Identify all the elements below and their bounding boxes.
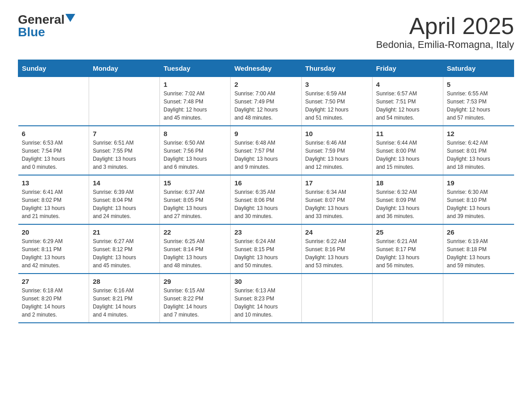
day-number: 5 [447,81,511,88]
day-number: 27 [22,278,86,285]
day-info: Sunrise: 6:41 AM Sunset: 8:02 PM Dayligh… [22,188,86,220]
day-info: Sunrise: 6:57 AM Sunset: 7:51 PM Dayligh… [376,90,439,122]
day-cell: 17Sunrise: 6:34 AM Sunset: 8:07 PM Dayli… [301,175,372,224]
day-info: Sunrise: 6:37 AM Sunset: 8:05 PM Dayligh… [163,188,227,220]
day-cell: 6Sunrise: 6:53 AM Sunset: 7:54 PM Daylig… [18,126,89,175]
day-info: Sunrise: 6:22 AM Sunset: 8:16 PM Dayligh… [305,237,369,270]
day-info: Sunrise: 6:59 AM Sunset: 7:50 PM Dayligh… [305,90,369,122]
day-cell: 12Sunrise: 6:42 AM Sunset: 8:01 PM Dayli… [443,126,514,175]
header-thursday: Thursday [301,60,372,77]
day-info: Sunrise: 6:48 AM Sunset: 7:57 PM Dayligh… [234,139,297,171]
day-info: Sunrise: 6:46 AM Sunset: 7:59 PM Dayligh… [305,139,369,171]
day-info: Sunrise: 6:55 AM Sunset: 7:53 PM Dayligh… [447,90,511,122]
day-info: Sunrise: 6:21 AM Sunset: 8:17 PM Dayligh… [376,237,439,270]
day-cell: 20Sunrise: 6:29 AM Sunset: 8:11 PM Dayli… [18,224,89,274]
day-number: 11 [376,130,439,137]
day-info: Sunrise: 6:35 AM Sunset: 8:06 PM Dayligh… [234,188,297,220]
day-info: Sunrise: 6:25 AM Sunset: 8:14 PM Dayligh… [163,237,227,270]
header-monday: Monday [89,60,160,77]
day-cell [443,274,514,323]
day-info: Sunrise: 6:19 AM Sunset: 8:18 PM Dayligh… [447,237,511,270]
day-number: 26 [447,228,511,236]
day-number: 24 [305,228,369,236]
day-info: Sunrise: 6:50 AM Sunset: 7:56 PM Dayligh… [163,139,227,171]
header-sunday: Sunday [18,60,89,77]
day-info: Sunrise: 6:24 AM Sunset: 8:15 PM Dayligh… [234,237,297,270]
day-number: 9 [234,130,297,137]
day-cell [89,77,160,126]
day-info: Sunrise: 6:42 AM Sunset: 8:01 PM Dayligh… [447,139,511,171]
day-number: 13 [22,179,86,187]
day-info: Sunrise: 6:15 AM Sunset: 8:22 PM Dayligh… [163,287,227,319]
day-cell: 19Sunrise: 6:30 AM Sunset: 8:10 PM Dayli… [443,175,514,224]
day-cell: 24Sunrise: 6:22 AM Sunset: 8:16 PM Dayli… [301,224,372,274]
day-cell: 10Sunrise: 6:46 AM Sunset: 7:59 PM Dayli… [301,126,372,175]
day-info: Sunrise: 7:02 AM Sunset: 7:48 PM Dayligh… [163,90,227,122]
day-number: 2 [234,81,297,88]
day-cell: 16Sunrise: 6:35 AM Sunset: 8:06 PM Dayli… [231,175,301,224]
svg-marker-0 [65,14,75,22]
day-cell: 28Sunrise: 6:16 AM Sunset: 8:21 PM Dayli… [89,274,160,323]
day-info: Sunrise: 6:32 AM Sunset: 8:09 PM Dayligh… [376,188,439,220]
day-cell: 18Sunrise: 6:32 AM Sunset: 8:09 PM Dayli… [372,175,443,224]
day-info: Sunrise: 6:30 AM Sunset: 8:10 PM Dayligh… [447,188,511,220]
day-number: 22 [163,228,227,236]
calendar-body: 1Sunrise: 7:02 AM Sunset: 7:48 PM Daylig… [18,77,514,323]
week-row-4: 27Sunrise: 6:18 AM Sunset: 8:20 PM Dayli… [18,274,514,323]
day-cell: 22Sunrise: 6:25 AM Sunset: 8:14 PM Dayli… [160,224,231,274]
day-number: 16 [234,179,297,187]
day-info: Sunrise: 6:34 AM Sunset: 8:07 PM Dayligh… [305,188,369,220]
day-info: Sunrise: 6:13 AM Sunset: 8:23 PM Dayligh… [234,287,297,319]
day-cell: 30Sunrise: 6:13 AM Sunset: 8:23 PM Dayli… [231,274,301,323]
day-number: 3 [305,81,369,88]
day-number: 1 [163,81,227,88]
week-row-3: 20Sunrise: 6:29 AM Sunset: 8:11 PM Dayli… [18,224,514,274]
week-row-2: 13Sunrise: 6:41 AM Sunset: 8:02 PM Dayli… [18,175,514,224]
day-number: 14 [93,179,156,187]
day-cell: 25Sunrise: 6:21 AM Sunset: 8:17 PM Dayli… [372,224,443,274]
day-number: 23 [234,228,297,236]
header-friday: Friday [372,60,443,77]
day-number: 25 [376,228,439,236]
day-info: Sunrise: 6:51 AM Sunset: 7:55 PM Dayligh… [93,139,156,171]
day-number: 20 [22,228,86,236]
title-block: April 2025 Bedonia, Emilia-Romagna, Ital… [376,13,514,51]
day-info: Sunrise: 6:44 AM Sunset: 8:00 PM Dayligh… [376,139,439,171]
day-number: 15 [163,179,227,187]
day-info: Sunrise: 6:39 AM Sunset: 8:04 PM Dayligh… [93,188,156,220]
day-cell: 27Sunrise: 6:18 AM Sunset: 8:20 PM Dayli… [18,274,89,323]
day-cell: 4Sunrise: 6:57 AM Sunset: 7:51 PM Daylig… [372,77,443,126]
day-cell: 15Sunrise: 6:37 AM Sunset: 8:05 PM Dayli… [160,175,231,224]
day-cell: 11Sunrise: 6:44 AM Sunset: 8:00 PM Dayli… [372,126,443,175]
day-cell: 8Sunrise: 6:50 AM Sunset: 7:56 PM Daylig… [160,126,231,175]
header-tuesday: Tuesday [160,60,231,77]
day-cell: 23Sunrise: 6:24 AM Sunset: 8:15 PM Dayli… [231,224,301,274]
header-wednesday: Wednesday [231,60,301,77]
day-cell: 5Sunrise: 6:55 AM Sunset: 7:53 PM Daylig… [443,77,514,126]
day-info: Sunrise: 6:53 AM Sunset: 7:54 PM Dayligh… [22,139,86,171]
location: Bedonia, Emilia-Romagna, Italy [376,39,514,51]
month-title: April 2025 [376,13,514,39]
day-info: Sunrise: 6:16 AM Sunset: 8:21 PM Dayligh… [93,287,156,319]
day-number: 18 [376,179,439,187]
day-number: 4 [376,81,439,88]
day-cell: 9Sunrise: 6:48 AM Sunset: 7:57 PM Daylig… [231,126,301,175]
day-cell [301,274,372,323]
day-info: Sunrise: 6:27 AM Sunset: 8:12 PM Dayligh… [93,237,156,270]
day-cell: 7Sunrise: 6:51 AM Sunset: 7:55 PM Daylig… [89,126,160,175]
week-row-1: 6Sunrise: 6:53 AM Sunset: 7:54 PM Daylig… [18,126,514,175]
day-info: Sunrise: 6:18 AM Sunset: 8:20 PM Dayligh… [22,287,86,319]
week-row-0: 1Sunrise: 7:02 AM Sunset: 7:48 PM Daylig… [18,77,514,126]
day-number: 8 [163,130,227,137]
day-info: Sunrise: 7:00 AM Sunset: 7:49 PM Dayligh… [234,90,297,122]
day-cell: 29Sunrise: 6:15 AM Sunset: 8:22 PM Dayli… [160,274,231,323]
day-info: Sunrise: 6:29 AM Sunset: 8:11 PM Dayligh… [22,237,86,270]
day-number: 7 [93,130,156,137]
logo-triangle-icon [65,14,75,24]
day-cell: 14Sunrise: 6:39 AM Sunset: 8:04 PM Dayli… [89,175,160,224]
day-cell: 1Sunrise: 7:02 AM Sunset: 7:48 PM Daylig… [160,77,231,126]
day-number: 21 [93,228,156,236]
calendar-header: SundayMondayTuesdayWednesdayThursdayFrid… [18,60,514,77]
day-cell: 2Sunrise: 7:00 AM Sunset: 7:49 PM Daylig… [231,77,301,126]
calendar-table: SundayMondayTuesdayWednesdayThursdayFrid… [18,60,514,323]
